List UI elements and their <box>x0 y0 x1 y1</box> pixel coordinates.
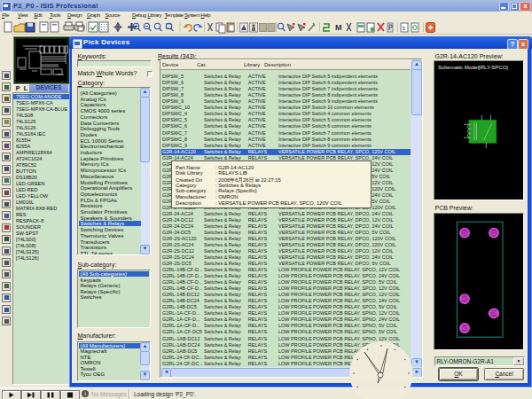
svg-text:NC: NC <box>461 296 468 301</box>
svg-text:NO: NO <box>461 325 469 331</box>
svg-text:s: s <box>403 25 406 31</box>
svg-text:COM: COM <box>488 311 499 317</box>
svg-text:M: M <box>335 23 342 32</box>
svg-text:C2: C2 <box>490 231 497 236</box>
svg-text:C1: C1 <box>461 231 467 236</box>
